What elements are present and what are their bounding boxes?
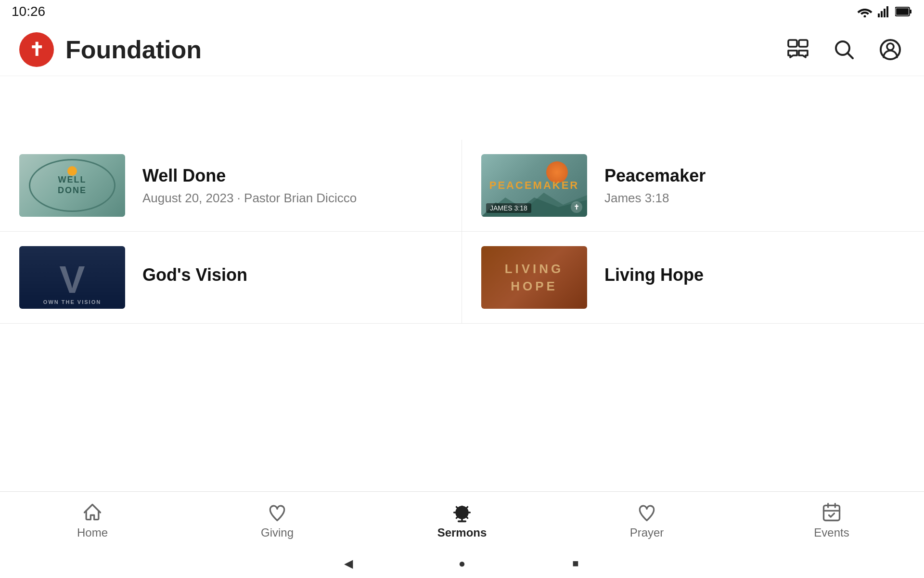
chat-icon	[786, 38, 809, 61]
nav-item-events[interactable]: Events	[739, 497, 924, 544]
bottom-nav: Home Giving Sermons Prayer Events	[0, 491, 924, 549]
sermon-title-well-done: Well Done	[142, 166, 442, 186]
system-nav: ◀ ● ■	[0, 549, 924, 578]
peacemaker-text: PEACEMAKER	[489, 179, 579, 192]
svg-rect-1	[878, 13, 880, 17]
back-button[interactable]: ◀	[340, 555, 357, 572]
living-hope-text: LIVINGHOPE	[505, 260, 564, 295]
back-icon: ◀	[344, 557, 353, 570]
app-bar-left: ✝ Foundation	[19, 32, 202, 67]
status-bar: 10:26	[0, 0, 924, 23]
sermon-info-well-done: Well Done August 20, 2023 · Pastor Brian…	[142, 166, 442, 206]
peacemaker-cross: ✝	[571, 201, 582, 213]
sermon-subtitle-well-done: August 20, 2023 · Pastor Brian Dicicco	[142, 191, 442, 206]
profile-button[interactable]	[876, 35, 905, 64]
sermon-info-gods-vision: God's Vision	[142, 265, 442, 290]
recent-icon: ■	[572, 557, 578, 570]
profile-icon	[879, 38, 902, 61]
peacemaker-badge: JAMES 3:18	[486, 203, 531, 213]
sun-decoration	[67, 166, 77, 176]
svg-rect-4	[886, 6, 888, 17]
chat-button[interactable]	[783, 35, 812, 64]
app-title: Foundation	[65, 35, 202, 64]
sermons-icon	[451, 502, 473, 523]
sermon-card-well-done[interactable]: WELLDONE Well Done August 20, 2023 · Pas…	[0, 140, 462, 232]
svg-rect-9	[799, 40, 808, 47]
svg-point-13	[887, 43, 894, 50]
battery-icon	[895, 6, 912, 17]
sermon-thumbnail-peacemaker: PEACEMAKER JAMES 3:18 ✝	[481, 154, 587, 217]
sermon-card-gods-vision[interactable]: V OWN THE VISION God's Vision	[0, 232, 462, 324]
nav-item-prayer[interactable]: Prayer	[554, 497, 739, 544]
svg-rect-3	[884, 9, 886, 17]
sermon-card-peacemaker[interactable]: PEACEMAKER JAMES 3:18 ✝ Peacemaker James…	[462, 140, 924, 232]
sermon-thumbnail-gods-vision: V OWN THE VISION	[19, 246, 125, 309]
app-bar-right	[783, 35, 905, 64]
home-circle-icon: ●	[459, 557, 466, 570]
svg-rect-16	[824, 505, 840, 520]
sermon-info-peacemaker: Peacemaker James 3:18	[604, 166, 905, 206]
svg-line-11	[847, 53, 853, 58]
sermon-thumbnail-living-hope: LIVINGHOPE	[481, 246, 587, 309]
svg-point-0	[864, 15, 866, 18]
svg-rect-7	[896, 8, 909, 15]
events-icon	[821, 502, 842, 523]
nav-item-giving[interactable]: Giving	[185, 497, 370, 544]
nav-item-home[interactable]: Home	[0, 497, 185, 544]
nav-item-sermons[interactable]: Sermons	[370, 497, 554, 544]
sermon-thumbnail-well-done: WELLDONE	[19, 154, 125, 217]
search-icon	[833, 38, 856, 61]
well-done-text: WELLDONE	[58, 175, 87, 196]
signal-icon	[878, 6, 890, 17]
logo-cross: ✝	[29, 40, 44, 59]
recent-button[interactable]: ■	[567, 555, 584, 572]
nav-label-giving: Giving	[261, 526, 294, 539]
svg-rect-2	[881, 11, 883, 17]
nav-label-prayer: Prayer	[630, 526, 664, 539]
svg-rect-8	[788, 40, 797, 47]
prayer-icon	[636, 502, 657, 523]
sermon-title-gods-vision: God's Vision	[142, 265, 442, 285]
app-bar: ✝ Foundation	[0, 23, 924, 76]
svg-rect-6	[910, 10, 911, 13]
sermon-card-living-hope[interactable]: LIVINGHOPE Living Hope	[462, 232, 924, 324]
home-icon	[82, 502, 103, 523]
home-button[interactable]: ●	[453, 555, 471, 572]
search-button[interactable]	[830, 35, 859, 64]
sermon-grid: WELLDONE Well Done August 20, 2023 · Pas…	[0, 140, 924, 324]
nav-label-home: Home	[77, 526, 108, 539]
sermon-info-living-hope: Living Hope	[604, 265, 905, 290]
giving-icon	[267, 502, 288, 523]
nav-label-events: Events	[814, 526, 849, 539]
nav-label-sermons: Sermons	[437, 526, 487, 539]
wifi-icon	[857, 6, 873, 17]
app-logo: ✝	[19, 32, 54, 67]
status-time: 10:26	[12, 4, 45, 19]
status-icons	[857, 6, 912, 17]
sermon-title-living-hope: Living Hope	[604, 265, 905, 285]
sermon-title-peacemaker: Peacemaker	[604, 166, 905, 186]
sermon-subtitle-peacemaker: James 3:18	[604, 191, 905, 206]
